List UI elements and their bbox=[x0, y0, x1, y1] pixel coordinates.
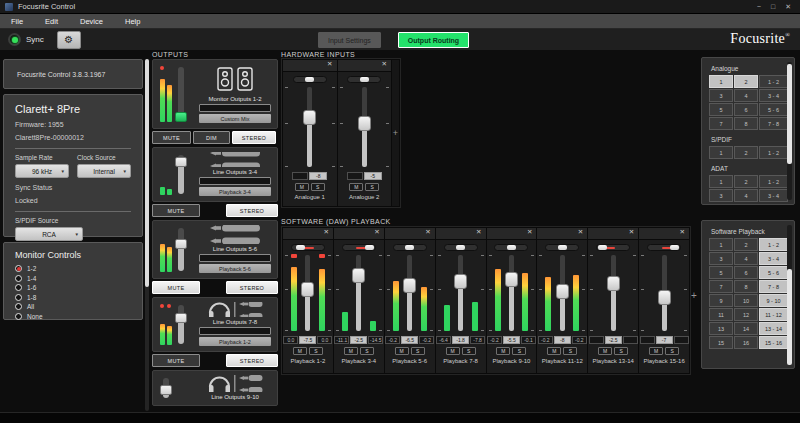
monitor-option-1-6[interactable]: 1-6 bbox=[15, 284, 131, 291]
close-icon[interactable]: ✕ bbox=[578, 229, 583, 236]
mute-button[interactable]: M bbox=[446, 347, 460, 355]
stereo-button[interactable]: STEREO bbox=[226, 281, 278, 294]
minimize-button[interactable]: − bbox=[757, 3, 761, 10]
routing-cell[interactable]: 13 - 14 bbox=[759, 322, 788, 335]
radio-button[interactable] bbox=[15, 294, 22, 301]
routing-cell[interactable]: 3 - 4 bbox=[759, 189, 788, 202]
mix-name-input[interactable] bbox=[199, 327, 271, 335]
output-fader[interactable] bbox=[175, 154, 187, 195]
routing-cell[interactable]: 2 bbox=[734, 175, 758, 188]
fader-handle[interactable] bbox=[505, 272, 518, 287]
routing-cell[interactable]: 10 bbox=[734, 294, 758, 307]
routing-cell[interactable]: 2 bbox=[734, 146, 758, 159]
output-fader[interactable] bbox=[175, 66, 187, 122]
monitor-option-1-4[interactable]: 1-4 bbox=[15, 275, 131, 282]
pan-handle[interactable] bbox=[558, 245, 567, 250]
routing-cell[interactable]: 12 bbox=[734, 308, 758, 321]
pan-slider[interactable] bbox=[393, 244, 427, 251]
monitor-option-1-8[interactable]: 1-8 bbox=[15, 294, 131, 301]
close-icon[interactable]: ✕ bbox=[527, 229, 532, 236]
monitor-option-none[interactable]: None bbox=[15, 313, 131, 320]
menu-item-file[interactable]: File bbox=[0, 17, 34, 26]
clock-source-select[interactable]: Internal ▼ bbox=[77, 164, 131, 178]
fader-handle[interactable] bbox=[301, 282, 314, 297]
close-icon[interactable]: ✕ bbox=[374, 229, 379, 236]
mute-button[interactable]: M bbox=[344, 347, 358, 355]
radio-button[interactable] bbox=[15, 284, 22, 291]
mute-button[interactable]: MUTE bbox=[152, 131, 191, 144]
menu-item-device[interactable]: Device bbox=[69, 17, 114, 26]
routing-cell[interactable]: 15 bbox=[709, 336, 733, 349]
fader-handle[interactable] bbox=[160, 385, 172, 395]
scrollbar-thumb[interactable] bbox=[145, 59, 149, 287]
routing-cell[interactable]: 15 - 16 bbox=[759, 336, 788, 349]
close-icon[interactable]: ✕ bbox=[327, 61, 332, 68]
routing-scrollbar[interactable] bbox=[787, 62, 792, 200]
routing-cell[interactable]: 3 bbox=[709, 252, 733, 265]
mute-button[interactable]: MUTE bbox=[152, 204, 200, 217]
source-select-button[interactable]: Playback 3-4 bbox=[199, 187, 271, 196]
pan-slider[interactable] bbox=[444, 244, 478, 251]
monitor-option-1-2[interactable]: 1-2 bbox=[15, 265, 131, 272]
pan-slider[interactable] bbox=[293, 76, 327, 83]
fader-handle[interactable] bbox=[175, 112, 187, 122]
playback-fader[interactable] bbox=[505, 253, 518, 333]
routing-cell[interactable]: 8 bbox=[734, 280, 758, 293]
solo-button[interactable]: S bbox=[614, 347, 628, 355]
fader-handle[interactable] bbox=[607, 276, 620, 291]
mute-button[interactable]: M bbox=[295, 183, 309, 191]
mute-button[interactable]: MUTE bbox=[152, 354, 200, 367]
mute-button[interactable]: M bbox=[598, 347, 612, 355]
mix-name-input[interactable] bbox=[199, 254, 271, 262]
menu-item-edit[interactable]: Edit bbox=[34, 17, 69, 26]
pan-handle[interactable] bbox=[507, 245, 516, 250]
routing-cell[interactable]: 1 bbox=[709, 175, 733, 188]
routing-cell[interactable]: 5 bbox=[709, 103, 733, 116]
solo-button[interactable]: S bbox=[311, 183, 325, 191]
sidebar-scrollbar[interactable] bbox=[145, 59, 149, 411]
solo-button[interactable]: S bbox=[512, 347, 526, 355]
close-button[interactable]: ✕ bbox=[785, 3, 791, 10]
tab-output-routing[interactable]: Output Routing bbox=[398, 32, 469, 48]
mute-button[interactable]: M bbox=[349, 183, 363, 191]
routing-cell[interactable]: 11 bbox=[709, 308, 733, 321]
radio-button[interactable] bbox=[15, 303, 22, 310]
maximize-button[interactable]: □ bbox=[771, 3, 775, 10]
mute-button[interactable]: M bbox=[293, 347, 307, 355]
mute-button[interactable]: MUTE bbox=[152, 281, 200, 294]
stereo-button[interactable]: STEREO bbox=[226, 204, 278, 217]
routing-cell[interactable]: 1 - 2 bbox=[759, 238, 788, 251]
solo-button[interactable]: S bbox=[365, 183, 379, 191]
routing-cell[interactable]: 7 bbox=[709, 280, 733, 293]
routing-cell[interactable]: 3 - 4 bbox=[759, 89, 788, 102]
routing-cell[interactable]: 3 - 4 bbox=[759, 252, 788, 265]
routing-cell[interactable]: 16 bbox=[734, 336, 758, 349]
solo-button[interactable]: S bbox=[411, 347, 425, 355]
input-gain-fader[interactable] bbox=[303, 85, 316, 169]
fader-handle[interactable] bbox=[454, 274, 467, 289]
routing-cell[interactable]: 6 bbox=[734, 103, 758, 116]
solo-button[interactable]: S bbox=[360, 347, 374, 355]
pan-slider[interactable] bbox=[494, 244, 528, 251]
scrollbar-thumb[interactable] bbox=[787, 269, 792, 365]
spdif-source-select[interactable]: RCA ▼ bbox=[15, 227, 83, 241]
routing-cell[interactable]: 7 bbox=[709, 117, 733, 130]
solo-button[interactable]: S bbox=[462, 347, 476, 355]
settings-gear-button[interactable]: ⚙ bbox=[57, 31, 81, 49]
sync-control[interactable]: Sync bbox=[8, 33, 44, 46]
close-icon[interactable]: ✕ bbox=[382, 61, 387, 68]
mute-button[interactable]: M bbox=[496, 347, 510, 355]
close-icon[interactable]: ✕ bbox=[629, 229, 634, 236]
routing-cell[interactable]: 3 bbox=[709, 189, 733, 202]
routing-cell[interactable]: 4 bbox=[734, 189, 758, 202]
playback-fader[interactable] bbox=[301, 253, 314, 333]
add-channel-button[interactable]: + bbox=[691, 290, 697, 301]
close-icon[interactable]: ✕ bbox=[680, 229, 685, 236]
mute-button[interactable]: M bbox=[649, 347, 663, 355]
playback-fader[interactable] bbox=[556, 253, 569, 333]
output-fader[interactable] bbox=[160, 377, 172, 399]
routing-cell[interactable]: 9 - 10 bbox=[759, 294, 788, 307]
radio-button[interactable] bbox=[15, 313, 22, 320]
routing-cell[interactable]: 3 bbox=[709, 89, 733, 102]
pan-handle[interactable] bbox=[670, 245, 679, 250]
